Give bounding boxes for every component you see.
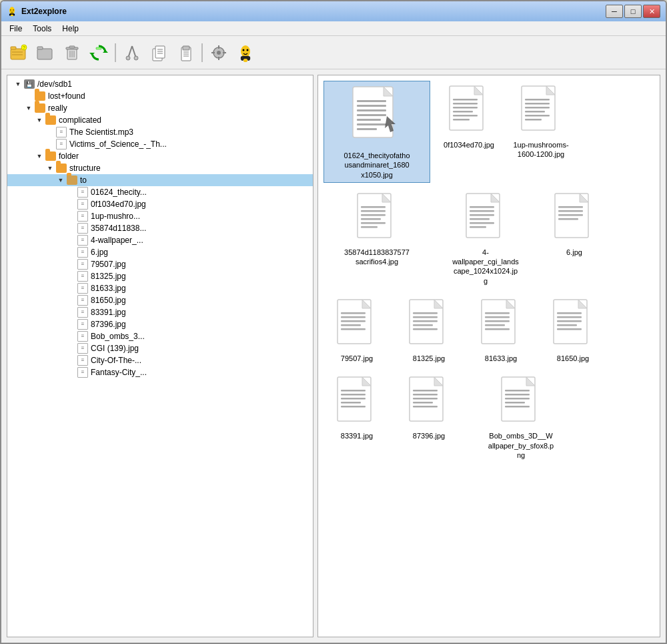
grid-item-7[interactable]: 79507.jpg xyxy=(323,294,390,366)
svg-rect-48 xyxy=(357,105,386,107)
toggle-to[interactable]: ▼ xyxy=(55,175,66,186)
grid-item-2[interactable]: 0f1034ed70.jpg xyxy=(436,81,502,183)
tree-item-file7[interactable]: 79507.jpg xyxy=(7,258,313,270)
toggle-disk[interactable]: ▼ xyxy=(13,79,23,89)
tree-panel[interactable]: ▼ 💾 /dev/sdb1 lost+fou xyxy=(7,75,313,637)
tree-item-file14[interactable]: CGI (139).jpg xyxy=(7,342,313,354)
tree-item-file9[interactable]: 81633.jpg xyxy=(7,282,313,294)
label-file2: 0f1034ed70.jpg xyxy=(91,200,146,209)
svg-marker-18 xyxy=(103,50,108,53)
folder-icon-structure xyxy=(55,163,67,174)
tree-item-file10[interactable]: 81650.jpg xyxy=(7,294,313,306)
grid-item-10[interactable]: 81650.jpg xyxy=(540,294,606,366)
file-label-9: 81633.jpg xyxy=(485,354,517,363)
tree-item-file8[interactable]: 81325.jpg xyxy=(7,270,313,282)
menu-help[interactable]: Help xyxy=(57,23,84,35)
file-icon-file3 xyxy=(77,211,89,222)
paste-button[interactable] xyxy=(173,41,197,65)
grid-item-12[interactable]: 87396.jpg xyxy=(396,372,462,463)
tree-item-lost-found[interactable]: lost+found xyxy=(7,90,313,102)
label-file10: 81650.jpg xyxy=(91,296,126,305)
delete-button[interactable] xyxy=(60,41,84,65)
svg-rect-125 xyxy=(341,398,366,400)
label-file6: 6.jpg xyxy=(91,248,108,257)
svg-rect-76 xyxy=(361,218,381,220)
file-icon-file16 xyxy=(77,367,89,378)
copy-button[interactable] xyxy=(147,41,171,65)
svg-point-2 xyxy=(13,9,14,11)
tree-item-file15[interactable]: City-Of-The-... xyxy=(7,354,313,366)
tree-item-file1[interactable]: 01624_thecity... xyxy=(7,186,313,198)
tree-item-file11[interactable]: 83391.jpg xyxy=(7,306,313,318)
tree-item-file2[interactable]: 0f1034ed70.jpg xyxy=(7,198,313,210)
tree-item-scientist[interactable]: The Scientist.mp3 xyxy=(7,126,313,138)
grid-item-4[interactable]: 35874d1183837577sacrifios4.jpg xyxy=(323,188,430,289)
toggle-scientist xyxy=(45,127,55,137)
cut-button[interactable] xyxy=(120,41,144,65)
file-grid-panel[interactable]: 01624_thecityofathousandminaret_1680x105… xyxy=(318,75,660,637)
menu-file[interactable]: File xyxy=(4,23,27,35)
tree-item-to[interactable]: ▼ to xyxy=(7,174,313,186)
tree-item-file4[interactable]: 35874d11838... xyxy=(7,222,313,234)
grid-item-11[interactable]: 83391.jpg xyxy=(323,372,390,463)
label-to: to xyxy=(80,176,87,185)
grid-item-9[interactable]: 81633.jpg xyxy=(468,294,534,366)
tree-item-really[interactable]: ▼ really xyxy=(7,102,313,114)
svg-rect-86 xyxy=(470,226,486,228)
toggle-file13 xyxy=(66,331,77,342)
file-icon-victims xyxy=(55,139,67,149)
tree-item-file6[interactable]: 6.jpg xyxy=(7,246,313,258)
svg-rect-133 xyxy=(413,402,433,404)
tree-item-complicated[interactable]: ▼ complicated xyxy=(7,114,313,126)
toggle-structure[interactable]: ▼ xyxy=(45,163,55,174)
tree-item-victims[interactable]: Victims_of_Science_-_Th... xyxy=(7,138,313,150)
toggle-folder[interactable]: ▼ xyxy=(34,151,45,162)
tree-item-disk[interactable]: ▼ 💾 /dev/sdb1 xyxy=(7,78,313,90)
tree-item-structure[interactable]: ▼ structure xyxy=(7,162,313,174)
svg-rect-57 xyxy=(453,99,478,101)
svg-rect-123 xyxy=(341,390,366,392)
grid-item-13[interactable]: Bob_ombs_3D__Wallpaper_by_sfox8.png xyxy=(468,372,574,463)
svg-rect-111 xyxy=(485,320,510,322)
tree-item-file5[interactable]: 4-wallpaper_... xyxy=(7,234,313,246)
window-title: Ext2explore xyxy=(21,7,67,16)
open-button[interactable]: ? xyxy=(7,41,31,65)
grid-item-6[interactable]: 6.jpg xyxy=(541,188,608,289)
menu-tools[interactable]: Tools xyxy=(27,23,57,35)
file-icon-file7 xyxy=(77,259,89,270)
tree-item-file13[interactable]: Bob_ombs_3... xyxy=(7,330,313,342)
toggle-really[interactable]: ▼ xyxy=(23,103,34,113)
svg-rect-124 xyxy=(341,394,366,396)
svg-rect-110 xyxy=(485,316,510,318)
tree-item-file16[interactable]: Fantasy-City_... xyxy=(7,366,313,378)
svg-rect-103 xyxy=(413,316,438,318)
file-label-1: 01624_thecityofathousandminaret_1680x105… xyxy=(344,151,410,180)
svg-rect-70 xyxy=(525,119,542,121)
label-complicated: complicated xyxy=(59,115,101,125)
grid-item-1[interactable]: 01624_thecityofathousandminaret_1680x105… xyxy=(323,81,430,183)
close-button[interactable]: ✕ xyxy=(643,5,660,18)
svg-rect-5 xyxy=(11,47,16,49)
toggle-complicated[interactable]: ▼ xyxy=(34,115,45,125)
folder-icon-complicated xyxy=(45,115,57,125)
grid-item-3[interactable]: 1up-mushrooms-1600-1200.jpg xyxy=(508,81,574,183)
file-grid: 01624_thecityofathousandminaret_1680x105… xyxy=(318,75,660,468)
minimize-button[interactable]: ─ xyxy=(606,5,623,18)
linux-button[interactable] xyxy=(233,41,257,65)
svg-rect-134 xyxy=(413,406,438,408)
file-icon-file2 xyxy=(77,199,89,210)
tree-item-file12[interactable]: 87396.jpg xyxy=(7,318,313,330)
file-label-8: 81325.jpg xyxy=(413,354,445,363)
svg-rect-105 xyxy=(413,324,433,326)
tree-item-file3[interactable]: 1up-mushro... xyxy=(7,210,313,222)
settings-button[interactable] xyxy=(207,41,231,65)
refresh-button[interactable] xyxy=(87,41,111,65)
tree-item-folder[interactable]: ▼ folder xyxy=(7,150,313,162)
folder-button[interactable] xyxy=(33,41,57,65)
maximize-button[interactable]: □ xyxy=(624,5,642,18)
grid-item-5[interactable]: 4-wallpaper_cgi_landscape_1024x1024.jpg xyxy=(436,188,536,289)
svg-text:?: ? xyxy=(23,45,25,50)
svg-rect-50 xyxy=(357,114,386,116)
svg-rect-47 xyxy=(357,100,386,102)
grid-item-8[interactable]: 81325.jpg xyxy=(396,294,462,366)
